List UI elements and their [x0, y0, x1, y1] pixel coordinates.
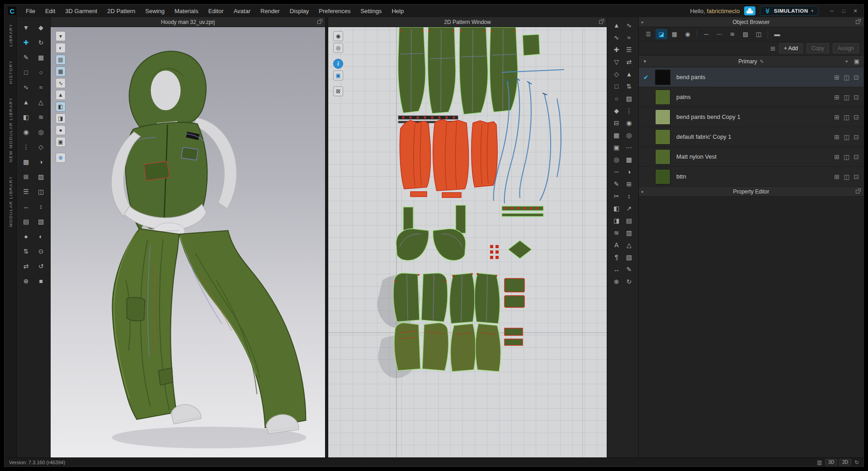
simulate-icon[interactable]: ▼	[19, 23, 33, 33]
pleats-icon[interactable]: ▧	[626, 253, 632, 262]
pattern-text-icon[interactable]: ¶	[613, 253, 620, 262]
comment-2d-icon[interactable]: ✎	[626, 265, 632, 274]
fabric-direction-icon[interactable]: ↕	[626, 192, 632, 201]
topstitch-2d-icon[interactable]: ⋯	[626, 143, 632, 152]
polygon-pattern-icon[interactable]: ◇	[613, 70, 620, 79]
stitch-dashed-icon[interactable]: ⋯	[713, 29, 725, 39]
simulation-mode-dropdown[interactable]: ≫ SIMULATION ▾	[760, 6, 818, 16]
section-collapse-icon[interactable]: ▼	[643, 59, 647, 64]
symmetric-pattern-icon[interactable]: ◧	[613, 204, 620, 213]
annotation-icon[interactable]: A	[613, 240, 620, 250]
add-to-object-icon[interactable]: ⊞	[834, 153, 840, 160]
clone-object-icon[interactable]: ◫	[844, 94, 849, 101]
close-button[interactable]: ✕	[850, 6, 861, 15]
select-rotate-icon[interactable]: ↻	[33, 38, 48, 47]
edit-sewing-icon[interactable]: ⇄	[626, 57, 632, 66]
pen-curve-icon[interactable]: ✎	[19, 52, 33, 62]
magnet-tool-icon[interactable]: ⊕	[19, 276, 33, 286]
print-layout-icon[interactable]: ⊞	[626, 179, 632, 188]
add-section-item-icon[interactable]: +	[845, 58, 849, 65]
pose-editor-icon[interactable]: ●	[19, 231, 33, 241]
show-pattern-icon[interactable]: ◉	[333, 31, 343, 41]
object-options-icon[interactable]: ⊡	[854, 94, 859, 101]
edit-curvature-icon[interactable]: ∿	[613, 33, 620, 42]
mn-sewing-icon[interactable]: ☰	[626, 45, 632, 54]
show-avatar-icon[interactable]: ●	[56, 125, 66, 135]
swap-view-icon[interactable]: ⇄	[19, 261, 33, 271]
viewport-divider[interactable]	[325, 17, 328, 457]
binding-tool-icon[interactable]: ◫	[33, 187, 48, 197]
object-row[interactable]: ✔bend pants⊞◫⊡	[639, 67, 863, 87]
menu-item-file[interactable]: File	[21, 5, 40, 17]
trim-tab-icon[interactable]: ◫	[753, 29, 764, 39]
unfold-pattern-icon[interactable]: ◨	[613, 216, 620, 225]
show-pin-icon[interactable]: ▲	[56, 90, 66, 100]
measure-2d-icon[interactable]: ↔	[613, 265, 620, 274]
menu-item-settings[interactable]: Settings	[355, 5, 387, 17]
flatten-tool-icon[interactable]: ▤	[19, 217, 33, 226]
object-row[interactable]: Matt nylon Vest⊞◫⊡	[639, 147, 863, 167]
add-to-object-icon[interactable]: ⊞	[834, 94, 840, 101]
object-row[interactable]: bend pants bend Copy 1⊞◫⊡	[639, 107, 863, 127]
cut-and-sew-icon[interactable]: ✂	[613, 192, 620, 201]
popout-window-icon[interactable]	[599, 20, 603, 24]
show-stitch-icon[interactable]: ◨	[56, 113, 66, 123]
collapse-panel-icon[interactable]: ▸	[642, 189, 644, 194]
menu-item-editor[interactable]: Editor	[203, 5, 229, 17]
add-to-object-icon[interactable]: ⊞	[834, 173, 840, 180]
zipper-2d-icon[interactable]: ⋮	[626, 106, 632, 115]
lasso-select-icon[interactable]: ○	[33, 67, 48, 77]
edit-seam-allowance-icon[interactable]: ▽	[613, 57, 620, 66]
zipper-tool-icon[interactable]: ⋮	[19, 142, 33, 152]
clone-object-icon[interactable]: ◫	[844, 133, 849, 141]
side-tab-library[interactable]: LIBRARY	[8, 24, 13, 47]
ruler-tab-icon[interactable]: ▬	[771, 29, 783, 39]
clone-object-icon[interactable]: ◫	[844, 153, 849, 160]
shirring-tool-icon[interactable]: ▨	[626, 94, 632, 103]
viewport-3d-canvas[interactable]: ▾◐▤▦∿▲◧◨●▣⊕	[51, 27, 325, 457]
viewmode-dropdown-icon[interactable]: ▾	[56, 31, 66, 41]
side-tab-history[interactable]: HISTORY	[8, 60, 13, 84]
object-row[interactable]: patns⊞◫⊡	[639, 87, 863, 107]
retopology-icon[interactable]: ▧	[33, 217, 48, 226]
dart-tool-icon[interactable]: ◆	[613, 106, 620, 115]
joint-editor-icon[interactable]: ◐	[33, 231, 48, 241]
show-garment-icon[interactable]: ▤	[56, 55, 66, 65]
measure-tape-icon[interactable]: ↔	[19, 202, 33, 212]
show-arrangement-icon[interactable]: ▣	[56, 137, 66, 147]
spread-pattern-icon[interactable]: ▥	[626, 228, 632, 237]
grainline-icon[interactable]: ↗	[626, 204, 632, 213]
print-tab-icon[interactable]: ▦	[669, 29, 680, 39]
internal-polygon-icon[interactable]: ▣	[613, 143, 620, 152]
internal-circle-icon[interactable]: ◎	[613, 155, 620, 164]
add-to-object-icon[interactable]: ⊞	[834, 74, 840, 81]
notch-tool-icon[interactable]: ⊟	[613, 118, 620, 127]
sewing-segment-icon[interactable]: ∿	[19, 82, 33, 92]
texture-2d-icon[interactable]: ▩	[626, 155, 632, 164]
rectangle-pattern-icon[interactable]: □	[613, 82, 620, 91]
undo-history-icon[interactable]: ↺	[33, 261, 48, 271]
tack-tool-icon[interactable]: △	[33, 97, 48, 107]
show-texture-icon[interactable]: ◧	[56, 102, 66, 112]
show-seamline-icon[interactable]: ∿	[56, 78, 66, 88]
menu-item-avatar[interactable]: Avatar	[229, 5, 255, 17]
menu-item-3d-garment[interactable]: 3D Garment	[60, 5, 102, 17]
minimize-button[interactable]: ─	[826, 6, 837, 15]
menu-item-edit[interactable]: Edit	[40, 5, 60, 17]
pin-2d-icon[interactable]: ▲	[626, 70, 632, 79]
arrange-points-icon[interactable]: ⇅	[19, 246, 33, 256]
edit-mesh-icon[interactable]: ▦	[33, 52, 48, 62]
gizmo-snap-icon[interactable]: ⊙	[33, 246, 48, 256]
fabric-swatch[interactable]	[655, 169, 670, 184]
fabric-swatch[interactable]	[655, 129, 670, 145]
viewport-2d-canvas[interactable]: ◉◎i▣⊠	[328, 27, 607, 457]
lock-pattern-icon[interactable]: ⊠	[333, 86, 343, 96]
username[interactable]: fabrictimeclo	[707, 8, 740, 14]
fabric-swatch[interactable]	[655, 70, 670, 85]
object-row[interactable]: default fabric' Copy 1⊞◫⊡	[639, 127, 863, 147]
show-sewing-2d-icon[interactable]: ◎	[333, 43, 343, 53]
menu-item-sewing[interactable]: Sewing	[140, 5, 170, 17]
base-line-icon[interactable]: ─	[613, 167, 620, 176]
object-options-icon[interactable]: ⊡	[854, 113, 859, 121]
popout-window-icon[interactable]	[856, 20, 859, 24]
